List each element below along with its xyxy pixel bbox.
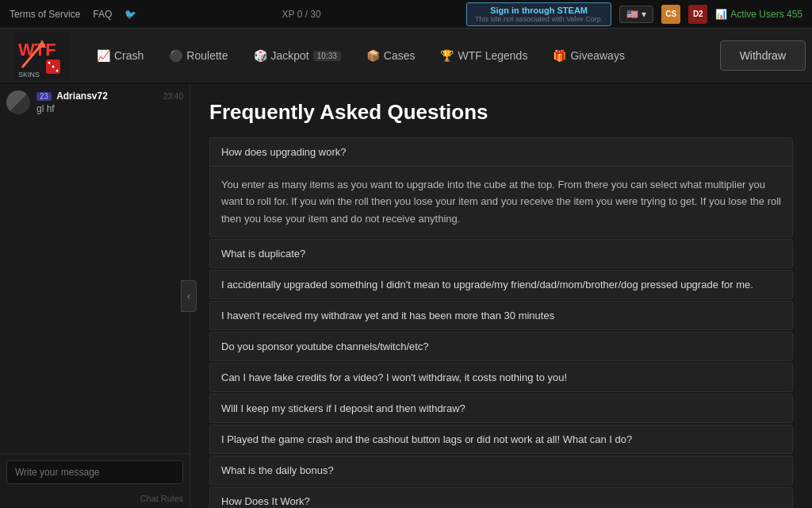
cases-icon: 📦	[366, 49, 380, 62]
faq-link[interactable]: FAQ	[93, 9, 112, 20]
faq-question-4: I haven't received my withdraw yet and i…	[210, 302, 792, 329]
faq-item-4[interactable]: I haven't received my withdraw yet and i…	[209, 301, 793, 330]
nav-item-giveaways[interactable]: 🎁 Giveaways	[542, 43, 635, 68]
chevron-down-icon: ▾	[642, 9, 646, 20]
faq-item-8[interactable]: I Played the game crash and the cashout …	[209, 425, 793, 454]
tos-link[interactable]: Terms of Service	[10, 9, 80, 20]
logo[interactable]: WTF SKINS	[6, 30, 78, 82]
chat-messages: 23 Adriansv72 23:40 gl hf	[0, 84, 190, 453]
top-bar: Terms of Service FAQ 🐦 XP 0 / 30 Sign in…	[0, 0, 812, 29]
nav-item-roulette[interactable]: ⚫ Roulette	[158, 43, 239, 68]
flag-icon: 🇺🇸	[626, 9, 638, 20]
nav-bar: WTF SKINS 📈 Crash ⚫ Roulette 🎲 Jackpot 1…	[0, 29, 812, 84]
faq-item-7[interactable]: Will I keep my stickers if I deposit and…	[209, 394, 793, 423]
faq-question-3: I accidentally upgraded something I didn…	[210, 271, 792, 298]
faq-question-1: How does upgrading work?	[210, 138, 792, 166]
chat-content: 23 Adriansv72 23:40 gl hf	[36, 90, 183, 114]
faq-title: Frequently Asked Questions	[209, 100, 793, 125]
faq-question-2: What is duplicate?	[210, 240, 792, 267]
top-bar-right: Sign in through STEAM This site not asso…	[466, 2, 802, 26]
giveaways-icon: 🎁	[553, 49, 566, 62]
crash-icon: 📈	[97, 49, 110, 62]
steam-sub: This site not associated with Valve Corp…	[475, 15, 603, 23]
jackpot-badge: 10:33	[313, 51, 341, 61]
faq-content: Frequently Asked Questions How does upgr…	[190, 84, 812, 508]
main-layout: 23 Adriansv72 23:40 gl hf Chat Rules ‹ F…	[0, 84, 812, 508]
chat-input-area	[0, 453, 190, 491]
chat-toggle-button[interactable]: ‹	[181, 280, 197, 312]
legends-icon: 🏆	[440, 49, 454, 62]
faq-question-9: What is the daily bonus?	[210, 456, 792, 484]
svg-point-5	[48, 62, 51, 64]
chat-timestamp: 23:40	[163, 92, 183, 101]
faq-question-10: How Does It Work?	[210, 487, 792, 508]
bar-chart-icon: 📊	[715, 9, 727, 20]
top-bar-left: Terms of Service FAQ 🐦	[10, 9, 136, 20]
twitter-icon[interactable]: 🐦	[124, 9, 136, 20]
steam-label: Sign in through STEAM	[490, 6, 588, 15]
faq-question-6: Can I have fake credits for a video? I w…	[210, 364, 792, 391]
nav-item-cases[interactable]: 📦 Cases	[355, 43, 427, 68]
faq-question-5: Do you sponsor youtube channels/twitch/e…	[210, 333, 792, 360]
nav-items: 📈 Crash ⚫ Roulette 🎲 Jackpot 10:33 📦 Cas…	[86, 43, 720, 68]
nav-item-jackpot[interactable]: 🎲 Jackpot 10:33	[243, 43, 352, 68]
chat-sidebar: 23 Adriansv72 23:40 gl hf Chat Rules	[0, 84, 190, 508]
xp-display: XP 0 / 30	[282, 9, 321, 20]
faq-item-3[interactable]: I accidentally upgraded something I didn…	[209, 270, 793, 299]
faq-item-6[interactable]: Can I have fake credits for a video? I w…	[209, 363, 793, 392]
chat-rules-link[interactable]: Chat Rules	[0, 491, 190, 508]
faq-item-10[interactable]: How Does It Work?	[209, 487, 793, 508]
svg-point-7	[52, 66, 55, 68]
steam-signin-button[interactable]: Sign in through STEAM This site not asso…	[466, 2, 611, 26]
faq-item-9[interactable]: What is the daily bonus?	[209, 456, 793, 485]
roulette-icon: ⚫	[169, 49, 182, 62]
nav-item-crash[interactable]: 📈 Crash	[86, 43, 155, 68]
language-selector[interactable]: 🇺🇸 ▾	[619, 6, 653, 23]
chat-input[interactable]	[6, 460, 183, 484]
chat-text: gl hf	[36, 103, 183, 114]
chat-message: 23 Adriansv72 23:40 gl hf	[6, 90, 183, 114]
faq-question-7: Will I keep my stickers if I deposit and…	[210, 394, 792, 422]
faq-question-8: I Played the game crash and the cashout …	[210, 425, 792, 453]
csgo-icon[interactable]: CS	[661, 5, 680, 24]
faq-answer-1: You enter as many items as you want to u…	[210, 166, 792, 237]
faq-item-5[interactable]: Do you sponsor youtube channels/twitch/e…	[209, 332, 793, 361]
faq-item-1[interactable]: How does upgrading work? You enter as ma…	[209, 137, 793, 237]
chat-username: Adriansv72	[56, 90, 108, 102]
faq-item-2[interactable]: What is duplicate?	[209, 239, 793, 268]
nav-item-wtf-legends[interactable]: 🏆 WTF Legends	[429, 43, 538, 68]
active-users: 📊 Active Users 455	[715, 9, 802, 20]
withdraw-button[interactable]: Withdraw	[720, 40, 806, 71]
svg-point-6	[56, 70, 59, 72]
svg-text:SKINS: SKINS	[18, 71, 40, 79]
jackpot-icon: 🎲	[254, 49, 267, 62]
dota-icon[interactable]: D2	[688, 5, 707, 24]
chat-level: 23	[36, 92, 52, 101]
avatar	[6, 90, 30, 114]
chat-header: 23 Adriansv72 23:40	[36, 90, 183, 102]
